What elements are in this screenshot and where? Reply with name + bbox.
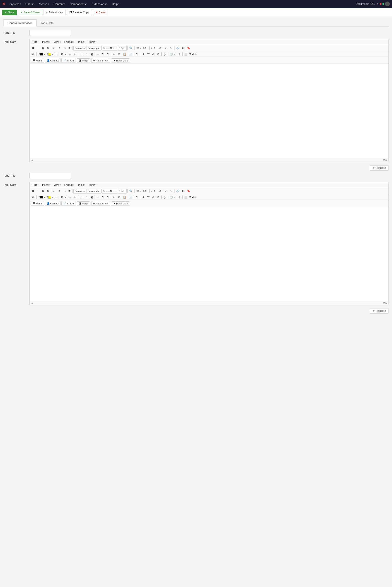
editor2-undo-btn[interactable]: ↩ xyxy=(164,189,168,193)
editor2-paragraph-mark2-btn[interactable]: ¶ xyxy=(106,195,110,200)
editor2-redo-btn[interactable]: ↪ xyxy=(169,189,174,193)
editor1-module-btn-icon[interactable]: ⬜ xyxy=(183,52,189,57)
editor2-menu-tools[interactable]: Tools ▾ xyxy=(87,183,98,187)
editor1-clock-btn[interactable]: 🕐 xyxy=(168,52,174,57)
editor2-indent-decrease-btn[interactable]: ⇤≡ xyxy=(150,189,156,193)
editor1-underline-btn[interactable]: U xyxy=(40,46,46,51)
editor2-cut-btn[interactable]: ✂ xyxy=(112,195,116,200)
editor2-formats-dropdown[interactable]: Formats ▾ xyxy=(74,189,86,193)
editor1-copy-btn[interactable]: ⧉ xyxy=(117,52,122,57)
editor2-subscript-btn[interactable]: X2 xyxy=(68,195,72,200)
editor2-underline-btn[interactable]: U xyxy=(40,189,46,193)
editor2-code-btn[interactable]: <> xyxy=(30,195,36,200)
editor1-paste-btn[interactable]: 📋 xyxy=(122,52,127,57)
editor1-source-btn[interactable]: {} xyxy=(162,52,167,57)
editor1-code-btn[interactable]: <> xyxy=(30,52,36,57)
editor2-media-btn[interactable]: ▣ xyxy=(89,195,94,200)
editor1-menu-view[interactable]: View ▾ xyxy=(52,40,63,44)
editor1-strikethrough-btn[interactable]: S xyxy=(46,46,50,51)
editor2-align-right-btn[interactable]: ⇥ xyxy=(62,189,67,193)
editor1-emoji-btn[interactable]: ☺ xyxy=(84,52,89,57)
editor2-cms-readmore-btn[interactable]: ▼ Read More xyxy=(111,201,130,206)
editor1-cut-btn[interactable]: ✂ xyxy=(112,52,116,57)
editor2-indent-increase-btn[interactable]: ⇥≡ xyxy=(156,189,162,193)
editor1-cms-menu-btn[interactable]: ☰ Menu xyxy=(31,58,44,63)
save-copy-button[interactable]: ❐ Save as Copy xyxy=(66,10,92,15)
editor1-list-unordered-btn[interactable]: •≡ xyxy=(135,46,140,51)
editor2-align-left-btn[interactable]: ⇤ xyxy=(52,189,57,193)
editor1-table-btn[interactable]: ⊞ xyxy=(60,52,65,57)
editor1-bgcolor-btn[interactable]: A xyxy=(46,52,52,57)
editor1-paragraph-mark-btn[interactable]: ¶ xyxy=(100,52,105,57)
editor2-unlink-btn[interactable]: ⛓ xyxy=(181,189,186,193)
editor2-format-btn[interactable]: ⌶ xyxy=(177,195,182,200)
editor1-fontsize-dropdown[interactable]: 12pt ▾ xyxy=(118,46,127,51)
editor2-body[interactable] xyxy=(30,207,388,301)
editor2-paste-text-btn[interactable]: 📄 xyxy=(128,195,133,200)
editor1-link-btn[interactable]: 🔗 xyxy=(175,46,180,51)
editor1-cms-pagebreak-btn[interactable]: ⊟ Page Break xyxy=(91,58,110,63)
editor2-menu-edit[interactable]: Edit ▾ xyxy=(31,183,40,187)
editor1-hr-btn[interactable]: — xyxy=(96,52,100,57)
editor1-media-btn[interactable]: ▣ xyxy=(89,52,94,57)
editor1-format-btn[interactable]: ⌶ xyxy=(177,52,182,57)
editor2-special-chars-btn[interactable]: Ω xyxy=(79,195,84,200)
editor1-align-right-btn[interactable]: ⇥ xyxy=(62,46,67,51)
editor1-find-btn[interactable]: 🔍 xyxy=(128,46,134,51)
editor1-indent-increase-btn[interactable]: ⇥≡ xyxy=(156,46,162,51)
editor2-toggle-btn[interactable]: 👁 Toggle e xyxy=(370,308,389,314)
editor2-table-caret[interactable]: ▾ xyxy=(65,196,66,198)
editor2-quote-btn[interactable]: ❝❞ xyxy=(146,195,151,200)
editor2-paragraph-mark-btn[interactable]: ¶ xyxy=(100,195,105,200)
editor1-download-btn[interactable]: ⬇ xyxy=(141,52,146,57)
editor1-paragraph-mark2-btn[interactable]: ¶ xyxy=(106,52,110,57)
editor1-menu-table[interactable]: Table ▾ xyxy=(76,40,87,44)
editor1-bookmark-btn[interactable]: 🔖 xyxy=(186,46,191,51)
editor2-paste-btn[interactable]: 📋 xyxy=(122,195,127,200)
nav-content[interactable]: Content ▾ xyxy=(51,0,68,8)
save-button[interactable]: ✔ Save xyxy=(2,10,17,15)
tab-general-information[interactable]: General Information xyxy=(3,20,37,27)
save-close-button[interactable]: ✔ Save & Close xyxy=(18,10,42,15)
editor1-cms-contact-btn[interactable]: 👤 Contact xyxy=(45,58,61,63)
editor2-preview-btn[interactable]: 👁 xyxy=(156,195,161,200)
editor2-module-btn-icon[interactable]: ⬜ xyxy=(183,195,189,200)
nav-menus[interactable]: Menus ▾ xyxy=(37,0,51,8)
save-new-button[interactable]: + Save & New xyxy=(43,10,66,15)
editor2-fontcolor-btn[interactable]: A xyxy=(37,195,44,200)
avatar[interactable] xyxy=(385,2,390,6)
editor2-fullscreen-btn[interactable]: ⛶ xyxy=(54,195,58,200)
editor1-indent-decrease-btn[interactable]: ⇤≡ xyxy=(150,46,156,51)
close-button[interactable]: ✖ Close xyxy=(93,10,108,15)
editor2-link-btn[interactable]: 🔗 xyxy=(175,189,180,193)
editor1-menu-insert[interactable]: Insert ▾ xyxy=(40,40,52,44)
editor2-align-center-btn[interactable]: ≡ xyxy=(57,189,62,193)
editor2-clock-btn[interactable]: 🕐 xyxy=(168,195,174,200)
editor2-clock-caret[interactable]: ▾ xyxy=(174,196,175,198)
editor1-menu-tools[interactable]: Tools ▾ xyxy=(87,40,98,44)
editor2-fontsize-dropdown[interactable]: 12pt ▾ xyxy=(118,189,127,193)
editor2-bold-btn[interactable]: B xyxy=(30,189,36,193)
editor2-emoji-btn[interactable]: ☺ xyxy=(84,195,89,200)
editor2-italic-btn[interactable]: I xyxy=(36,189,40,193)
editor2-bgcolor-caret[interactable]: ▾ xyxy=(52,196,53,198)
editor2-print-btn[interactable]: 🖨 xyxy=(151,195,156,200)
editor1-cms-image-btn[interactable]: 🖼 Image xyxy=(77,58,90,63)
editor1-fontcolor-btn[interactable]: A xyxy=(37,52,44,57)
editor2-list-ordered-caret[interactable]: ▾ xyxy=(148,190,149,192)
editor2-menu-table[interactable]: Table ▾ xyxy=(76,183,87,187)
editor1-list-unordered-caret[interactable]: ▾ xyxy=(140,47,141,49)
editor1-cms-article-btn[interactable]: 📄 Article xyxy=(61,58,76,63)
nav-help[interactable]: Help ▾ xyxy=(110,0,122,8)
editor2-showblocks-btn[interactable]: ¶ xyxy=(134,195,139,200)
editor2-cms-contact-btn[interactable]: 👤 Contact xyxy=(45,201,61,206)
editor1-subscript-btn[interactable]: X2 xyxy=(68,52,72,57)
editor1-showblocks-btn[interactable]: ¶ xyxy=(134,52,139,57)
editor2-find-btn[interactable]: 🔍 xyxy=(128,189,134,193)
editor1-unlink-btn[interactable]: ⛓ xyxy=(181,46,186,51)
editor1-fullscreen-btn[interactable]: ⛶ xyxy=(54,52,58,57)
editor2-download-btn[interactable]: ⬇ xyxy=(141,195,146,200)
editor2-hr-btn[interactable]: — xyxy=(96,195,100,200)
tab2-title-input[interactable] xyxy=(30,173,71,179)
editor2-fontcolor-caret[interactable]: ▾ xyxy=(44,196,45,198)
